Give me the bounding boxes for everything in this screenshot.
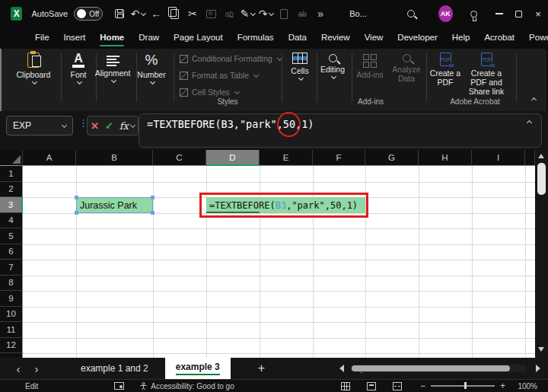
prev-sheet-arrow[interactable]: ‹ xyxy=(9,362,27,375)
add-ins-button[interactable]: Add-ins xyxy=(355,53,385,79)
editing-group-button[interactable]: Editing xyxy=(315,53,350,78)
search-button[interactable] xyxy=(402,4,420,24)
menu-item-view[interactable]: View xyxy=(365,33,384,43)
collapse-ribbon-icon[interactable] xyxy=(531,97,537,103)
menu-item-help[interactable]: Help xyxy=(452,33,470,43)
row-header-11[interactable]: 11 xyxy=(0,322,23,338)
column-header-e[interactable]: E xyxy=(260,150,313,166)
row-header-6[interactable]: 6 xyxy=(0,244,23,260)
row-header-12[interactable]: 12 xyxy=(0,338,23,354)
scroll-left-arrow-icon[interactable] xyxy=(339,365,344,372)
column-header-i[interactable]: I xyxy=(472,150,525,166)
select-all-corner[interactable] xyxy=(0,150,23,166)
zoom-slider-thumb[interactable] xyxy=(464,382,467,389)
redo-button[interactable]: ↷ xyxy=(256,4,275,24)
close-button[interactable]: × xyxy=(528,4,548,24)
cell-d3-editing[interactable]: =TEXTBEFORE(B3,"park",50,1) xyxy=(206,197,365,213)
zoom-percentage[interactable]: 100% xyxy=(515,382,537,390)
minimize-button[interactable] xyxy=(489,4,509,24)
row-header-5[interactable]: 5 xyxy=(0,228,23,244)
sheet-tab-example-3[interactable]: example 3 xyxy=(165,358,231,379)
column-header-d[interactable]: D xyxy=(206,150,260,166)
save-button[interactable] xyxy=(110,4,129,24)
toolbar-overflow-button[interactable]: » xyxy=(311,4,330,24)
selection-handle[interactable] xyxy=(75,196,78,199)
insert-function-button[interactable]: fx xyxy=(119,120,135,132)
menu-item-acrobat[interactable]: Acrobat xyxy=(484,33,515,43)
menu-item-power-pivot[interactable]: Power Pivot xyxy=(529,33,548,43)
cell-mode-indicator[interactable]: Edit xyxy=(25,382,38,390)
avatar[interactable]: AK xyxy=(438,5,453,22)
menu-item-formulas[interactable]: Formulas xyxy=(237,33,274,43)
number-group-button[interactable]: % Number xyxy=(132,53,170,84)
column-header-h[interactable]: H xyxy=(419,150,472,166)
row-header-3[interactable]: 3 xyxy=(0,197,23,213)
new-sheet-button[interactable]: + xyxy=(258,362,265,375)
paste-picture-button[interactable] xyxy=(202,4,220,24)
scroll-right-arrow-icon[interactable] xyxy=(536,365,540,372)
analyze-data-button[interactable]: Analyze Data xyxy=(388,53,425,83)
menu-item-draw[interactable]: Draw xyxy=(139,33,159,43)
back-arrow-button[interactable]: ← xyxy=(147,4,165,24)
menu-item-home[interactable]: Home xyxy=(100,33,124,43)
accessibility-status[interactable]: Accessibility: Good to go xyxy=(139,382,234,390)
horizontal-scrollbar[interactable] xyxy=(339,364,540,373)
vertical-scrollbar-thumb[interactable] xyxy=(537,163,546,195)
formula-input[interactable]: =TEXTBEFORE(B3,"park",50,1) xyxy=(139,113,542,148)
cut-button[interactable]: ✂ xyxy=(183,4,202,24)
cell-styles-button[interactable]: Cell Styles xyxy=(180,88,239,97)
replace-button[interactable]: ab̲ xyxy=(220,4,238,24)
zoom-slider[interactable] xyxy=(431,385,495,386)
horizontal-scrollbar-track[interactable] xyxy=(350,365,527,372)
column-header-f[interactable]: F xyxy=(313,150,365,166)
spreadsheet-grid[interactable]: ABCDEFGHI12345678910111213 Jurassic Park… xyxy=(0,150,535,358)
alignment-group-button[interactable]: Alignment xyxy=(91,53,135,82)
row-header-2[interactable]: 2 xyxy=(0,182,23,198)
create-pdf-share-button[interactable]: PDF Create a PDF and Share link xyxy=(463,53,510,96)
menu-item-review[interactable]: Review xyxy=(321,33,350,43)
cell-b3[interactable]: Jurassic Park xyxy=(76,197,153,213)
conditional-formatting-button[interactable]: Conditional Formatting xyxy=(180,54,282,63)
macro-record-icon[interactable] xyxy=(114,382,124,390)
row-header-9[interactable]: 9 xyxy=(0,291,23,307)
column-header-c[interactable]: C xyxy=(153,150,206,166)
row-header-8[interactable]: 8 xyxy=(0,276,23,292)
column-header-b[interactable]: B xyxy=(76,150,153,166)
zoom-out-button[interactable]: − xyxy=(420,381,425,391)
cancel-entry-button[interactable]: ✕ xyxy=(91,120,99,132)
menu-item-page-layout[interactable]: Page Layout xyxy=(174,33,223,43)
normal-view-icon[interactable] xyxy=(341,382,350,390)
scroll-down-arrow-icon[interactable] xyxy=(538,347,544,352)
horizontal-scrollbar-thumb[interactable] xyxy=(352,365,510,371)
column-header-partial[interactable] xyxy=(525,150,535,166)
menu-item-insert[interactable]: Insert xyxy=(64,33,86,43)
menu-item-developer[interactable]: Developer xyxy=(397,33,437,43)
page-layout-view-icon[interactable] xyxy=(367,382,376,390)
vertical-scrollbar[interactable] xyxy=(535,150,548,358)
format-as-table-button[interactable]: Format as Table xyxy=(180,71,258,80)
name-box[interactable]: EXP xyxy=(6,116,73,135)
maximize-button[interactable] xyxy=(508,4,528,24)
scroll-up-arrow-icon[interactable] xyxy=(538,154,544,158)
row-header-4[interactable]: 4 xyxy=(0,213,23,229)
zoom-in-button[interactable]: + xyxy=(500,381,505,391)
selection-handle[interactable] xyxy=(151,196,155,199)
excel-logo-icon[interactable]: X xyxy=(11,7,22,21)
selection-handle[interactable] xyxy=(151,211,155,215)
new-doc-button[interactable] xyxy=(275,4,293,24)
strike-format-button[interactable]: ab xyxy=(293,4,311,24)
column-header-g[interactable]: G xyxy=(365,150,419,166)
menu-item-file[interactable]: File xyxy=(35,33,49,43)
clipboard-group-button[interactable]: Clipboard xyxy=(11,53,56,84)
create-pdf-button[interactable]: PDF Create a PDF xyxy=(429,53,462,87)
menu-item-data[interactable]: Data xyxy=(288,33,307,43)
row-header-7[interactable]: 7 xyxy=(0,260,23,276)
next-sheet-arrow[interactable]: › xyxy=(27,362,46,375)
confirm-entry-button[interactable]: ✓ xyxy=(105,120,113,132)
row-header-1[interactable]: 1 xyxy=(0,166,23,182)
row-header-10[interactable]: 10 xyxy=(0,307,23,323)
selection-handle[interactable] xyxy=(75,211,78,215)
copy-button[interactable] xyxy=(165,4,183,24)
draw-pen-button[interactable]: ✎ xyxy=(238,4,256,24)
cells-group-button[interactable]: Cells xyxy=(285,53,315,80)
